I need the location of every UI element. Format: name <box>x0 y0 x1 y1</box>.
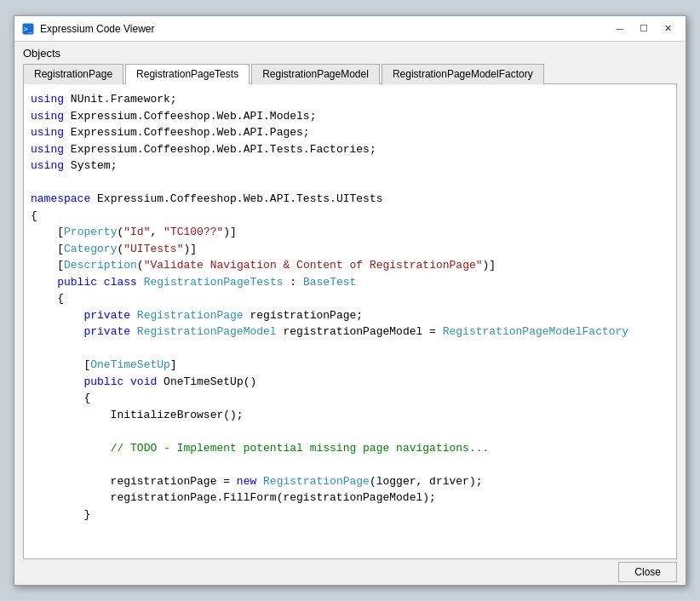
code-scroll-area[interactable]: using NUnit.Framework; using Expressium.… <box>24 84 676 558</box>
tab-registration-page[interactable]: RegistrationPage <box>23 64 123 84</box>
close-button[interactable]: Close <box>618 562 677 582</box>
window-controls: ─ ☐ ✕ <box>609 20 679 37</box>
code-line-20: InitializeBrowser(); <box>31 407 669 424</box>
code-line-23 <box>31 456 669 473</box>
main-window: >_ Expressium Code Viewer ─ ☐ ✕ Objects … <box>14 15 686 586</box>
window-close-button[interactable]: ✕ <box>657 20 679 37</box>
tab-registration-page-tests[interactable]: RegistrationPageTests <box>125 64 250 84</box>
code-line-17: [OneTimeSetUp] <box>31 357 669 374</box>
tab-bar: RegistrationPage RegistrationPageTests R… <box>23 63 677 84</box>
code-line-25: registrationPage.FillForm(registrationPa… <box>31 489 669 507</box>
maximize-button[interactable]: ☐ <box>633 20 655 37</box>
code-line-24: registrationPage = new RegistrationPage(… <box>31 473 669 490</box>
code-line-13: { <box>31 290 669 307</box>
code-line-26: } <box>31 507 669 524</box>
code-line-9: [Property("Id", "TC100??")] <box>31 224 669 241</box>
code-line-19: { <box>31 390 669 407</box>
code-line-12: public class RegistrationPageTests : Bas… <box>31 274 669 291</box>
objects-menu[interactable]: Objects <box>23 47 60 60</box>
code-line-6 <box>31 175 669 192</box>
svg-text:>_: >_ <box>24 25 33 33</box>
code-line-8: { <box>31 208 669 225</box>
menu-bar: Objects <box>14 42 686 63</box>
code-line-3: using Expressium.Coffeeshop.Web.API.Page… <box>31 124 669 141</box>
code-line-15: private RegistrationPageModel registrati… <box>31 323 669 341</box>
code-line-21 <box>31 423 669 440</box>
code-line-10: [Category("UITests")] <box>31 241 669 258</box>
code-line-18: public void OneTimeSetUp() <box>31 374 669 391</box>
tab-registration-page-model[interactable]: RegistrationPageModel <box>251 64 380 84</box>
code-line-11: [Description("Validate Navigation & Cont… <box>31 257 669 274</box>
window-title: Expressium Code Viewer <box>40 23 609 35</box>
tab-registration-page-model-factory[interactable]: RegistrationPageModelFactory <box>382 64 544 84</box>
code-container: using NUnit.Framework; using Expressium.… <box>23 84 677 559</box>
code-line-4: using Expressium.Coffeeshop.Web.API.Test… <box>31 141 669 158</box>
code-line-22: // TODO - Implement potential missing pa… <box>31 440 669 457</box>
code-line-7: namespace Expressium.Coffeeshop.Web.API.… <box>31 191 669 208</box>
content-area: RegistrationPage RegistrationPageTests R… <box>14 63 686 559</box>
code-line-14: private RegistrationPage registrationPag… <box>31 307 669 324</box>
code-line-5: using System; <box>31 157 669 175</box>
code-line-1: using NUnit.Framework; <box>31 91 669 108</box>
code-line-16 <box>31 341 669 358</box>
code-line-2: using Expressium.Coffeeshop.Web.API.Mode… <box>31 108 669 125</box>
minimize-button[interactable]: ─ <box>609 20 631 37</box>
title-bar: >_ Expressium Code Viewer ─ ☐ ✕ <box>14 16 686 42</box>
app-icon: >_ <box>21 22 35 36</box>
code-content: using NUnit.Framework; using Expressium.… <box>24 91 676 523</box>
bottom-bar: Close <box>14 559 686 585</box>
